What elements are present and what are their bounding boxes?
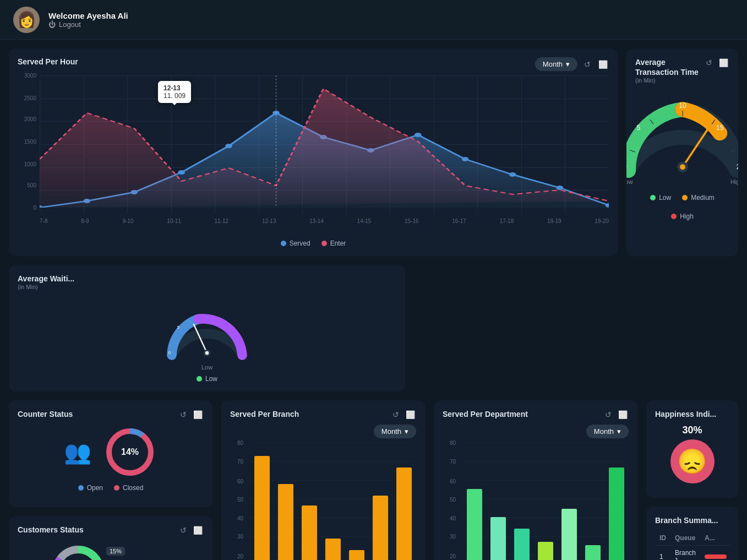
x-axis: 7-8 8-9 9-10 10-11 11-12 12-13 13-14 14-…: [40, 218, 609, 224]
dept-bars-svg: [459, 443, 629, 560]
welcome-text: Welcome Ayesha Ali: [48, 11, 128, 20]
customers-chart-area: 🧑 15% 30% 55%: [18, 541, 204, 561]
refresh-dept[interactable]: ↺: [604, 409, 613, 420]
legend-open: Open: [78, 484, 103, 492]
main-content: Served Per Hour Month ▾ ↺ ⬜ 3000 2500 20…: [0, 40, 747, 560]
dept-bar-chart: 80 70 60 50 40 30 20 10: [443, 443, 629, 560]
branch-bars-svg: [247, 443, 416, 560]
col-id: ID: [655, 531, 670, 546]
svg-text:15: 15: [716, 124, 723, 132]
customers-status-title: Customers Status: [18, 525, 84, 534]
maximize-button-trans[interactable]: ⬜: [718, 57, 729, 68]
legend-closed: Closed: [114, 484, 143, 492]
avg-waiting-title: Average Waiti...: [18, 274, 74, 283]
branch-summary-title: Branch Summa...: [655, 516, 718, 525]
svg-rect-48: [325, 539, 341, 560]
bottom-row: Counter Status ↺ ⬜ 👥 14%: [9, 400, 738, 560]
col-queue: Queue: [670, 531, 700, 546]
refresh-button-hour[interactable]: ↺: [583, 59, 592, 70]
branch-summary-table: ID Queue A... 1 Branch 1 2: [655, 531, 731, 560]
svg-point-29: [205, 351, 209, 355]
gauge-svg: 10 15 20 5 0: [626, 96, 738, 184]
svg-rect-61: [490, 517, 506, 560]
svg-text:10: 10: [679, 102, 686, 110]
served-per-branch-card: Served Per Branch ↺ ⬜ Month ▾ 80 70 60: [221, 400, 425, 560]
svg-point-3: [178, 170, 185, 175]
gauge-chart: 10 15 20 5 0 Low High: [635, 90, 729, 185]
refresh-branch[interactable]: ↺: [391, 409, 400, 420]
legend-served: Served: [281, 240, 310, 247]
customers-status-card: Customers Status ↺ ⬜ 🧑: [9, 516, 212, 561]
counter-legend: Open Closed: [18, 484, 204, 492]
svg-point-8: [415, 133, 422, 137]
counter-status-title: Counter Status: [18, 410, 73, 418]
customers-donut: 15% 30% 55%: [48, 541, 108, 561]
smiley-face: 😞: [670, 439, 715, 483]
svg-rect-47: [302, 505, 317, 560]
top-row: Served Per Hour Month ▾ ↺ ⬜ 3000 2500 20…: [9, 48, 738, 392]
month-dropdown-branch[interactable]: Month ▾: [374, 425, 416, 438]
svg-rect-49: [349, 550, 364, 560]
left-stack: Counter Status ↺ ⬜ 👥 14%: [9, 400, 212, 560]
served-per-hour-title: Served Per Hour: [18, 57, 78, 66]
avg-transaction-title: Average Transaction Time: [635, 58, 699, 77]
served-per-branch-title: Served Per Branch: [230, 410, 299, 418]
svg-rect-60: [467, 489, 482, 560]
avg-waiting-card: Average Waiti... (in Min) 5 0 Low: [9, 265, 405, 392]
served-per-hour-legend: Served Enter: [18, 240, 609, 247]
svg-point-10: [509, 172, 516, 177]
svg-rect-50: [373, 496, 388, 560]
svg-text:5: 5: [177, 325, 180, 330]
maximize-counter[interactable]: ⬜: [192, 409, 204, 420]
happiness-title: Happiness Indi...: [655, 410, 716, 418]
happiness-smiley: 30% 😞: [655, 425, 729, 483]
maximize-customers[interactable]: ⬜: [192, 525, 204, 536]
svg-point-21: [680, 164, 685, 170]
gauge-svg-waiting: 5 0: [163, 302, 251, 368]
served-per-dept-title: Served Per Department: [443, 410, 528, 418]
svg-rect-64: [561, 509, 577, 560]
counter-donut: 👥 14%: [18, 425, 204, 480]
svg-point-4: [225, 144, 232, 148]
svg-rect-63: [538, 542, 553, 560]
svg-rect-45: [254, 456, 270, 560]
happiness-index-card: Happiness Indi... 30% 😞: [646, 400, 738, 498]
power-icon: ⏻: [48, 20, 56, 29]
line-chart-svg: [40, 75, 609, 208]
header: 👩 Welcome Ayesha Ali ⏻ Logout: [0, 0, 747, 40]
svg-point-9: [462, 157, 469, 161]
svg-rect-46: [278, 484, 293, 560]
month-dropdown-hour[interactable]: Month ▾: [535, 57, 577, 71]
served-per-hour-chart: 3000 2500 2000 1500 1000 500 0: [18, 75, 609, 224]
svg-rect-62: [514, 529, 530, 560]
refresh-button-trans[interactable]: ↺: [705, 57, 713, 68]
month-dropdown-dept[interactable]: Month ▾: [586, 425, 629, 438]
legend-enter: Enter: [321, 240, 346, 247]
svg-text:0: 0: [168, 350, 171, 355]
svg-point-11: [557, 186, 564, 190]
maximize-branch[interactable]: ⬜: [405, 409, 416, 420]
y-axis: 3000 2500 2000 1500 1000 500 0: [18, 75, 39, 208]
legend-low-wait: Low: [197, 375, 217, 383]
legend-medium: Medium: [682, 194, 715, 202]
legend-low: Low: [650, 194, 671, 202]
avg-transaction-card: Average Transaction Time (in Min) ↺ ⬜: [626, 48, 738, 256]
maximize-dept[interactable]: ⬜: [617, 409, 629, 420]
svg-rect-66: [609, 467, 624, 560]
svg-rect-51: [396, 467, 412, 560]
served-per-hour-card: Served Per Hour Month ▾ ↺ ⬜ 3000 2500 20…: [9, 48, 618, 256]
svg-text:5: 5: [636, 124, 640, 132]
refresh-customers[interactable]: ↺: [179, 525, 188, 536]
avg-waiting-gauge: 5 0 Low: [18, 297, 396, 371]
table-row: 1 Branch 1: [655, 546, 731, 561]
refresh-counter[interactable]: ↺: [179, 409, 188, 420]
logout-button[interactable]: ⏻ Logout: [48, 20, 128, 29]
branch-bar-chart: 80 70 60 50 40 30 20 10: [230, 443, 416, 560]
svg-text:20: 20: [736, 163, 738, 171]
served-per-dept-card: Served Per Department ↺ ⬜ Month ▾ 80 70 …: [434, 400, 637, 560]
donut-chart: 14%: [102, 425, 157, 480]
legend-high: High: [671, 213, 694, 220]
branch-summary-card: Branch Summa... ID Queue A... 1 Branch 1: [646, 507, 738, 560]
maximize-button-hour[interactable]: ⬜: [597, 59, 609, 70]
avg-waiting-legend: Low: [18, 375, 396, 383]
